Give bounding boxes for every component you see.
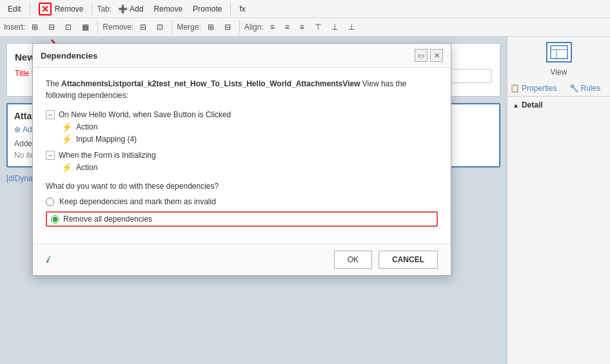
radio-keep[interactable] xyxy=(46,198,54,206)
toolbar-row1: Edit ✕ Remove Tab: ➕ Add Remove Promote … xyxy=(0,0,610,18)
dep-group2: − When the Form is Initializing ⚡ Action xyxy=(46,151,438,173)
align-left-icon: ≡ xyxy=(270,23,275,32)
dep-group1-header[interactable]: − On New Hello World, when Save Button i… xyxy=(46,110,438,119)
insert-table-btn[interactable]: ⊞ xyxy=(28,21,42,33)
view-icon xyxy=(550,45,568,59)
collapse-group1-icon[interactable]: − xyxy=(46,110,55,119)
tab-label: Tab: xyxy=(97,5,112,14)
cancel-button[interactable]: CANCEL xyxy=(379,251,438,269)
collapse-group2-icon[interactable]: − xyxy=(46,151,55,160)
dialog-question: What do you want to do with these depend… xyxy=(46,182,438,191)
radio-keep-label: Keep dependencies and mark them as inval… xyxy=(59,197,216,206)
edit-label: Edit xyxy=(8,5,21,14)
merge-btn2[interactable]: ⊟ xyxy=(221,21,235,33)
fx-label: fx xyxy=(239,5,245,14)
title-field-label: Title * xyxy=(15,69,34,83)
remove-row-btn[interactable]: ⊟ xyxy=(136,21,150,33)
right-section-detail: ▲ Detail xyxy=(507,97,610,113)
view-label: View xyxy=(507,68,610,81)
dialog-footer: 𝑖 OK CANCEL xyxy=(33,244,451,275)
lightning-icon1: ⚡ xyxy=(61,122,72,132)
edit-button[interactable]: Edit xyxy=(4,3,25,15)
separator6 xyxy=(239,21,240,34)
merge-label: Merge: xyxy=(177,23,201,32)
dep-group2-label: When the Form is Initializing xyxy=(59,151,156,160)
dep-group2-item1: ⚡ Action xyxy=(61,162,438,173)
dep-group1-item2: ⚡ Input Mapping (4) xyxy=(61,134,438,144)
align-mid-icon: ⊥ xyxy=(331,23,338,32)
toolbar: Edit ✕ Remove Tab: ➕ Add Remove Promote … xyxy=(0,0,610,37)
add-icon: ➕ xyxy=(118,5,128,14)
separator5 xyxy=(172,21,172,34)
separator4 xyxy=(97,21,98,34)
merge-icon2: ⊟ xyxy=(224,23,231,32)
insert-row-icon: ⊟ xyxy=(48,23,55,32)
merge-icon1: ⊞ xyxy=(208,23,214,32)
lightning-icon2: ⚡ xyxy=(61,134,72,144)
add-label: Add xyxy=(130,5,143,14)
dialog-body: The AttachmentsListportal_k2test_net_How… xyxy=(33,68,451,244)
remove-col-btn[interactable]: ⊡ xyxy=(153,21,167,33)
content-area: New Hello World Title * Attachments ⊕ Ad… xyxy=(0,37,507,364)
promote-button[interactable]: Promote xyxy=(189,3,226,15)
dialog-title: Dependencies xyxy=(41,51,97,61)
properties-tab[interactable]: 📋 Properties xyxy=(507,81,560,96)
properties-icon: 📋 xyxy=(510,84,520,93)
insert-row-btn[interactable]: ⊟ xyxy=(44,21,59,33)
separator3 xyxy=(230,3,231,15)
align-left-btn[interactable]: ≡ xyxy=(266,21,279,33)
align-top-icon: ⊤ xyxy=(315,23,321,32)
align-bot-btn[interactable]: ⊥ xyxy=(344,21,359,33)
align-right-btn[interactable]: ≡ xyxy=(296,21,308,33)
remove-row-icon: ⊟ xyxy=(140,23,146,32)
insert-other-btn[interactable]: ▦ xyxy=(78,21,93,33)
ok-button[interactable]: OK xyxy=(334,251,372,269)
rules-tab[interactable]: 🔧 Rules xyxy=(560,81,610,96)
separator2 xyxy=(92,3,92,15)
dep-group2-header[interactable]: − When the Form is Initializing xyxy=(46,151,438,160)
radio-option1[interactable]: Keep dependencies and mark them as inval… xyxy=(46,197,438,206)
att-add-icon: ⊕ xyxy=(14,125,21,134)
svg-rect-2 xyxy=(551,46,567,59)
radio-remove[interactable] xyxy=(51,215,59,224)
remove-label2: Remove xyxy=(153,5,182,14)
insert-table-icon: ⊞ xyxy=(32,23,38,32)
main-layout: New Hello World Title * Attachments ⊕ Ad… xyxy=(0,37,610,364)
insert-other-icon: ▦ xyxy=(82,23,89,32)
info-icon: 𝑖 xyxy=(46,254,48,265)
insert-col-icon: ⊡ xyxy=(65,23,72,32)
insert-label: Insert: xyxy=(4,23,25,32)
align-mid-btn[interactable]: ⊥ xyxy=(328,21,342,33)
add-button[interactable]: ➕ Add xyxy=(114,3,147,15)
align-top-btn[interactable]: ⊤ xyxy=(311,21,325,33)
toolbar-row2: Insert: ⊞ ⊟ ⊡ ▦ Remove: ⊟ ⊡ Merge: ⊞ ⊟ A… xyxy=(0,18,610,36)
dialog-description: The AttachmentsListportal_k2test_net_How… xyxy=(46,78,438,101)
radio-option2[interactable]: Remove all dependencies xyxy=(46,211,438,227)
align-center-icon: ≡ xyxy=(285,23,290,32)
remove-button2[interactable]: Remove xyxy=(150,3,186,15)
dialog-titlebar: Dependencies ▭ ✕ xyxy=(33,44,451,68)
insert-col-btn[interactable]: ⊡ xyxy=(61,21,75,33)
dialog-restore-btn[interactable]: ▭ xyxy=(415,49,428,62)
dependencies-dialog: Dependencies ▭ ✕ The AttachmentsListport… xyxy=(32,43,451,276)
view-icon-box xyxy=(546,42,572,62)
right-panel-tabs: 📋 Properties 🔧 Rules xyxy=(507,81,610,97)
dialog-close-btn[interactable]: ✕ xyxy=(430,49,443,62)
align-center-btn[interactable]: ≡ xyxy=(281,21,293,33)
remove-label: Remove xyxy=(55,5,84,14)
radio-group: Keep dependencies and mark them as inval… xyxy=(46,197,438,227)
dep-group1: − On New Hello World, when Save Button i… xyxy=(46,110,438,144)
remove-x-icon: ✕ xyxy=(39,3,52,15)
chevron-icon: ▲ xyxy=(513,102,519,109)
align-label: Align: xyxy=(244,23,264,32)
remove-button[interactable]: ✕ Remove xyxy=(35,1,88,17)
dep-tree: − On New Hello World, when Save Button i… xyxy=(46,110,438,173)
rules-icon: 🔧 xyxy=(569,84,579,93)
fx-button[interactable]: fx xyxy=(235,3,249,15)
dep-group1-label: On New Hello World, when Save Button is … xyxy=(59,110,231,119)
separator1 xyxy=(30,3,30,15)
dialog-bold-view: AttachmentsListportal_k2test_net_How_To_… xyxy=(61,79,360,88)
align-right-icon: ≡ xyxy=(300,23,304,32)
merge-btn1[interactable]: ⊞ xyxy=(204,21,218,33)
promote-label: Promote xyxy=(193,5,222,14)
